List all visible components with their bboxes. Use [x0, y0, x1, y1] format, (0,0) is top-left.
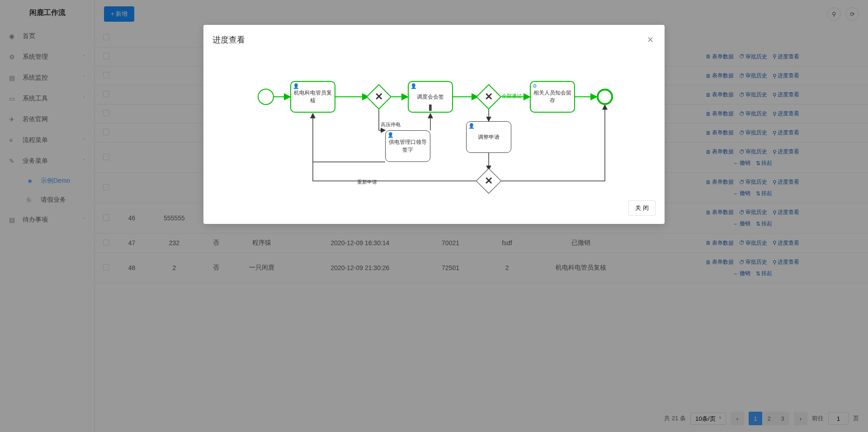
parallel-icon: ||| — [429, 104, 431, 111]
task-leader-sign: 👤 供电管理口领导签字 — [385, 130, 430, 162]
user-icon: 👤 — [387, 132, 394, 138]
bpmn-diagram: 👤 机电科电管员复核 ✕ 👤 调度会会签 ||| ✕ ⚙ 相关人员知会留存 👤 — [212, 60, 656, 187]
gateway-2: ✕ — [476, 84, 502, 110]
flow-label-highvolt: 高压停电 — [381, 121, 401, 128]
gateway-3: ✕ — [476, 168, 502, 194]
user-icon: 👤 — [410, 83, 417, 89]
close-button[interactable]: 关 闭 — [628, 200, 656, 216]
progress-dialog: 进度查看 ✕ — [203, 25, 665, 224]
dialog-title: 进度查看 — [212, 34, 245, 45]
flow-label-reapply: 重新申请 — [357, 179, 377, 185]
task-dispatch: 👤 调度会会签 ||| — [408, 81, 453, 113]
user-icon: 👤 — [293, 83, 299, 89]
modal-overlay: 进度查看 ✕ — [0, 0, 868, 432]
gear-icon: ⚙ — [533, 83, 537, 89]
task-adjust: 👤 调整申请 — [466, 121, 511, 153]
gateway-1: ✕ — [366, 84, 392, 110]
start-event — [258, 89, 274, 105]
task-review: 👤 机电科电管员复核 — [290, 81, 335, 113]
user-icon: 👤 — [468, 123, 475, 129]
end-event — [597, 89, 613, 105]
task-notify: ⚙ 相关人员知会留存 — [530, 81, 575, 113]
flow-label-allpass: 全部通过 — [502, 93, 522, 100]
close-icon[interactable]: ✕ — [645, 33, 656, 47]
